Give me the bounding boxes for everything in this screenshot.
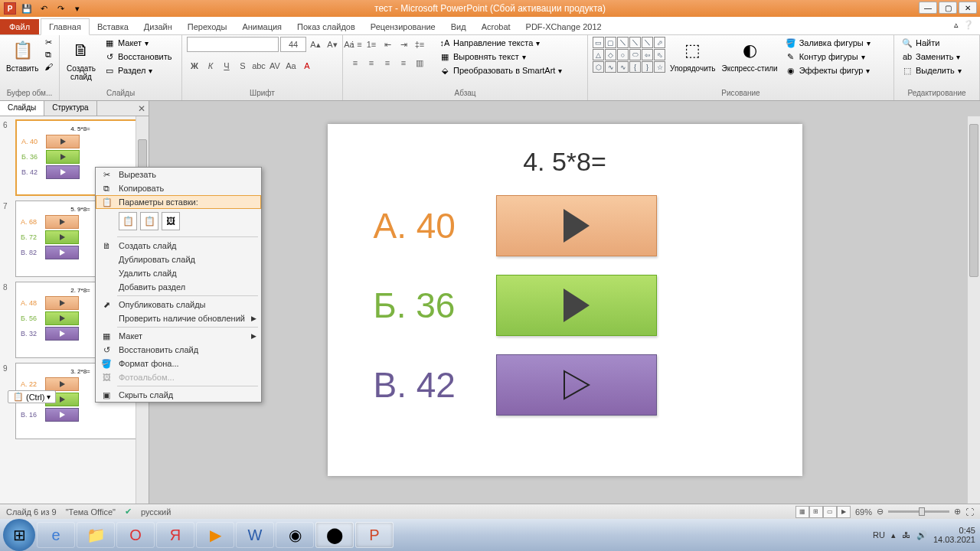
indent-inc-button[interactable]: ⇥: [396, 37, 411, 52]
tray-flag-icon[interactable]: ▴: [891, 530, 896, 540]
ctx-copy[interactable]: ⧉Копировать: [96, 181, 261, 195]
shape-effects-button[interactable]: ◉Эффекты фигур ▾: [782, 64, 874, 77]
tray-lang[interactable]: RU: [873, 530, 885, 540]
shadow-button[interactable]: abc: [251, 58, 266, 73]
tab-review[interactable]: Рецензирование: [363, 19, 443, 34]
columns-button[interactable]: ▥: [412, 55, 427, 70]
paste-ctrl-pill[interactable]: 📋(Ctrl) ▾: [8, 390, 56, 403]
line-spacing-button[interactable]: ‡≡: [412, 37, 427, 52]
taskbar-media[interactable]: ▶: [196, 522, 234, 548]
answer-a-label[interactable]: А. 40: [374, 205, 473, 246]
spacing-button[interactable]: AV: [267, 58, 283, 73]
bullets-button[interactable]: ⋮≡: [348, 37, 363, 52]
paste-opt-dest-theme[interactable]: 📋: [119, 212, 137, 230]
align-left-button[interactable]: ≡: [348, 55, 363, 70]
ctx-layout[interactable]: ▦Макет▶: [96, 329, 261, 343]
tab-design[interactable]: Дизайн: [136, 19, 180, 34]
qat-more-icon[interactable]: ▾: [70, 2, 84, 15]
tray-network-icon[interactable]: 🖧: [902, 530, 910, 540]
copy-icon[interactable]: ⧉: [43, 49, 54, 60]
shapes-gallery[interactable]: ▭▢＼＼＼⬀ △◇○⬭⇦⬁ ⬡∿∿{}☆: [593, 37, 665, 73]
ctx-publish[interactable]: ⬈Опубликовать слайды: [96, 298, 261, 311]
text-direction-button[interactable]: ↕AНаправление текста ▾: [436, 37, 565, 49]
numbering-button[interactable]: 1≡: [364, 37, 379, 52]
select-button[interactable]: ⬚Выделить ▾: [899, 64, 965, 77]
tab-slideshow[interactable]: Показ слайдов: [289, 19, 363, 34]
align-right-button[interactable]: ≡: [380, 55, 395, 70]
tab-home[interactable]: Главная: [41, 18, 90, 35]
replace-button[interactable]: abЗаменить ▾: [899, 51, 965, 63]
start-button[interactable]: ⊞: [3, 519, 35, 551]
underline-button[interactable]: Ч: [219, 58, 234, 73]
language[interactable]: русский: [141, 507, 171, 517]
ctx-paste-options[interactable]: 📋Параметры вставки:: [96, 195, 261, 209]
normal-view-button[interactable]: ▦: [795, 506, 809, 518]
answer-b-label[interactable]: Б. 36: [374, 285, 473, 326]
ctx-check-updates[interactable]: Проверить наличие обновлений▶: [96, 311, 261, 325]
redo-icon[interactable]: ↷: [54, 2, 67, 15]
taskbar-explorer[interactable]: 📁: [77, 522, 115, 548]
tab-pdfx[interactable]: PDF-XChange 2012: [518, 19, 609, 34]
smartart-button[interactable]: ⬙Преобразовать в SmartArt ▾: [436, 64, 565, 77]
layout-button[interactable]: ▦Макет ▾: [101, 37, 175, 49]
ctx-delete[interactable]: Удалить слайд: [96, 266, 261, 280]
answer-a-button[interactable]: [496, 195, 657, 256]
shrink-font-icon[interactable]: A▾: [325, 37, 340, 52]
tab-view[interactable]: Вид: [443, 19, 474, 34]
reset-button[interactable]: ↺Восстановить: [101, 51, 175, 63]
tab-file[interactable]: Файл: [0, 19, 39, 34]
panel-close-icon[interactable]: ✕: [138, 103, 145, 114]
reading-view-button[interactable]: ▭: [823, 506, 837, 518]
format-painter-icon[interactable]: 🖌: [43, 61, 54, 72]
app-icon[interactable]: P: [3, 2, 17, 15]
undo-icon[interactable]: ↶: [37, 2, 51, 15]
close-button[interactable]: ✕: [959, 2, 977, 14]
cut-icon[interactable]: ✂: [43, 37, 54, 47]
ctx-duplicate[interactable]: Дублировать слайд: [96, 253, 261, 266]
font-combo[interactable]: [187, 37, 279, 52]
ctx-hide-slide[interactable]: ▣Скрыть слайд: [96, 388, 261, 402]
taskbar-powerpoint[interactable]: P: [355, 522, 394, 548]
ctx-add-section[interactable]: Добавить раздел: [96, 280, 261, 294]
answer-b-button[interactable]: [496, 275, 657, 336]
paste-opt-keep-source[interactable]: 📋: [140, 212, 158, 230]
slideshow-view-button[interactable]: ▶: [837, 506, 851, 518]
justify-button[interactable]: ≡: [396, 55, 411, 70]
panel-tab-outline[interactable]: Структура: [44, 101, 96, 116]
paste-button[interactable]: 📋 Вставить: [5, 37, 40, 74]
answer-c-button[interactable]: [496, 354, 657, 416]
section-button[interactable]: ▭Раздел ▾: [101, 64, 175, 77]
tab-transitions[interactable]: Переходы: [180, 19, 235, 34]
tab-insert[interactable]: Вставка: [90, 19, 136, 34]
taskbar-chrome[interactable]: ◉: [276, 522, 314, 548]
new-slide-button[interactable]: 🗎 Создать слайд: [64, 37, 98, 83]
ctx-new-slide[interactable]: 🗎Создать слайд: [96, 239, 261, 253]
ctx-restore[interactable]: ↺Восстановить слайд: [96, 343, 261, 357]
answer-c-label[interactable]: В. 42: [374, 364, 473, 406]
zoom-value[interactable]: 69%: [855, 507, 872, 517]
align-text-button[interactable]: ▦Выровнять текст ▾: [436, 51, 565, 63]
slide-editor[interactable]: 4. 5*8= А. 40 Б. 36 В. 42: [149, 116, 980, 505]
bold-button[interactable]: Ж: [187, 58, 202, 73]
find-button[interactable]: 🔍Найти: [899, 37, 965, 49]
save-icon[interactable]: 💾: [20, 2, 34, 15]
tab-acrobat[interactable]: Acrobat: [474, 19, 518, 34]
indent-dec-button[interactable]: ⇤: [380, 37, 395, 52]
maximize-button[interactable]: ▢: [939, 2, 957, 14]
zoom-out-button[interactable]: ⊖: [877, 507, 884, 517]
zoom-slider[interactable]: [888, 510, 949, 513]
taskbar-obs[interactable]: ⬤: [315, 522, 354, 548]
shape-outline-button[interactable]: ✎Контур фигуры ▾: [782, 51, 874, 63]
minimize-ribbon-icon[interactable]: ▵: [954, 20, 959, 30]
editor-scrollbar[interactable]: [967, 116, 980, 505]
arrange-button[interactable]: ⬚Упорядочить: [668, 37, 717, 74]
grow-font-icon[interactable]: A▴: [308, 37, 323, 52]
sorter-view-button[interactable]: ⊞: [809, 506, 823, 518]
quick-styles-button[interactable]: ◐Экспресс-стили: [720, 37, 779, 74]
strike-button[interactable]: S: [235, 58, 250, 73]
slide-title[interactable]: 4. 5*8=: [351, 147, 779, 177]
taskbar-ie[interactable]: e: [37, 522, 75, 548]
taskbar-opera[interactable]: O: [116, 522, 155, 548]
ctx-bg-format[interactable]: 🪣Формат фона...: [96, 357, 261, 370]
tray-clock[interactable]: 0:45 14.03.2021: [933, 526, 975, 544]
